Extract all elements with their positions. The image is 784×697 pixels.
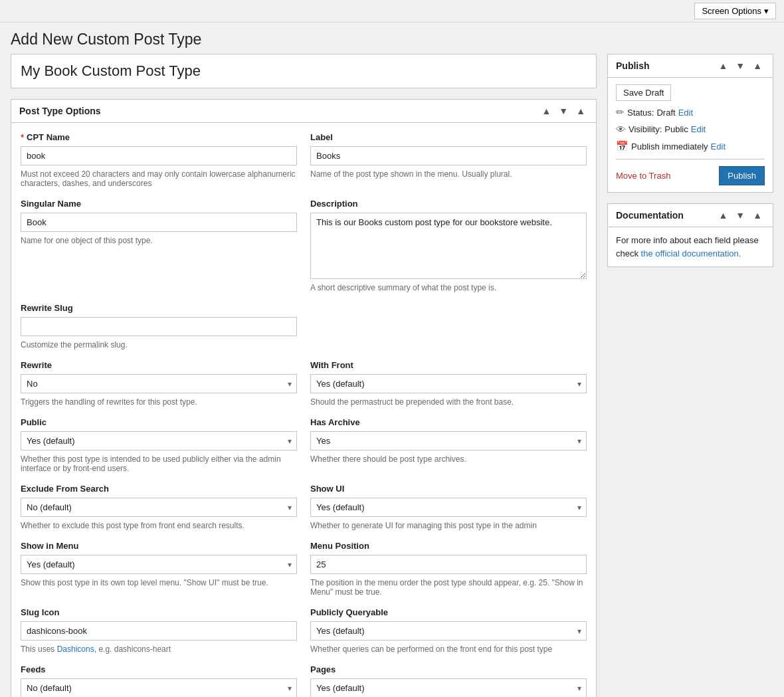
field-slug-icon: Slug Icon This uses Dashicons, e.g. dash… — [21, 607, 297, 654]
menu-position-input[interactable] — [310, 555, 587, 574]
show-in-menu-select[interactable]: Yes (default) No — [21, 555, 297, 574]
status-row: ✏ Status: Draft Edit — [616, 106, 765, 118]
description-input[interactable] — [310, 213, 587, 279]
show-in-menu-wrap: Yes (default) No ▾ — [21, 555, 297, 574]
screen-options-chevron: ▾ — [764, 6, 769, 16]
pages-select[interactable]: Yes (default) No — [310, 678, 587, 697]
label-hint: Name of the post type shown in the menu.… — [310, 169, 587, 179]
rewrite-slug-input[interactable] — [21, 317, 297, 336]
status-icon: ✏ — [616, 106, 625, 118]
has-archive-select[interactable]: Yes No — [310, 431, 587, 450]
field-rewrite: Rewrite No Yes ▾ Triggers the handling o… — [21, 360, 297, 407]
title-input[interactable] — [11, 54, 596, 88]
status-value: Draft — [656, 108, 675, 118]
publish-metabox: Publish ▲ ▼ ▲ Save Draft ✏ Status: Draft… — [607, 54, 773, 193]
field-description: Description A short descriptive summary … — [310, 199, 587, 292]
metabox-toggle[interactable]: ▲ — [573, 105, 588, 117]
dashicons-link[interactable]: Dashicons — [57, 645, 94, 654]
documentation-controls: ▲ ▼ ▲ — [716, 209, 765, 221]
screen-options-label: Screen Options — [702, 6, 761, 16]
publicly-queryable-select[interactable]: Yes (default) No — [310, 621, 587, 641]
singular-name-hint: Name for one object of this post type. — [21, 236, 297, 245]
field-menu-position: Menu Position The position in the menu o… — [310, 541, 587, 597]
field-singular-name: Singular Name Name for one object of thi… — [21, 199, 297, 292]
publish-button[interactable]: Publish — [719, 166, 765, 185]
publish-controls: ▲ ▼ ▲ — [716, 60, 765, 72]
publish-title: Publish — [616, 60, 650, 71]
content-area: Post Type Options ▲ ▼ ▲ *CPT Name Must n… — [11, 54, 597, 697]
main-layout: Post Type Options ▲ ▼ ▲ *CPT Name Must n… — [0, 54, 784, 697]
show-ui-select[interactable]: Yes (default) No — [310, 498, 587, 517]
title-input-wrap — [11, 54, 597, 88]
publish-time-edit-link[interactable]: Edit — [711, 142, 726, 151]
singular-name-input[interactable] — [21, 213, 297, 232]
metabox-collapse-up[interactable]: ▲ — [539, 105, 553, 117]
description-label: Description — [310, 199, 587, 209]
field-exclude-from-search: Exclude From Search No (default) Yes ▾ W… — [21, 484, 297, 530]
metabox-collapse-down[interactable]: ▼ — [556, 105, 571, 117]
trash-link[interactable]: Move to Trash — [616, 171, 670, 181]
doc-toggle[interactable]: ▲ — [750, 209, 765, 221]
public-select[interactable]: Yes (default) No — [21, 431, 297, 450]
documentation-header: Documentation ▲ ▼ ▲ — [608, 204, 773, 227]
field-public: Public Yes (default) No ▾ Whether this p… — [21, 417, 297, 473]
post-type-options-header: Post Type Options ▲ ▼ ▲ — [11, 100, 596, 123]
publish-time-label: Publish immediately — [631, 142, 708, 151]
visibility-row: 👁 Visibility: Public Edit — [616, 124, 765, 135]
public-select-wrap: Yes (default) No ▾ — [21, 431, 297, 450]
with-front-select[interactable]: Yes (default) No — [310, 374, 587, 393]
documentation-title: Documentation — [616, 210, 684, 221]
documentation-link[interactable]: the official documentation. — [641, 249, 741, 258]
field-pages: Pages Yes (default) No ▾ Should the perm… — [310, 664, 587, 697]
exclude-from-search-label: Exclude From Search — [21, 484, 297, 494]
cpt-name-label: *CPT Name — [21, 132, 297, 142]
publish-toggle[interactable]: ▲ — [750, 60, 765, 72]
rewrite-slug-hint: Customize the permalink slug. — [21, 340, 297, 349]
show-ui-hint: Whether to generate UI for managing this… — [310, 521, 587, 530]
publish-body: Save Draft ✏ Status: Draft Edit 👁 Visibi… — [608, 78, 773, 192]
publish-collapse-up[interactable]: ▲ — [716, 60, 730, 72]
menu-position-label: Menu Position — [310, 541, 587, 551]
show-in-menu-label: Show in Menu — [21, 541, 297, 551]
show-ui-label: Show UI — [310, 484, 587, 494]
show-ui-select-wrap: Yes (default) No ▾ — [310, 498, 587, 517]
save-draft-button[interactable]: Save Draft — [616, 84, 671, 101]
field-show-ui: Show UI Yes (default) No ▾ Whether to ge… — [310, 484, 587, 530]
feeds-select[interactable]: No (default) Yes — [21, 678, 297, 697]
exclude-from-search-hint: Whether to exclude this post type from f… — [21, 521, 297, 530]
field-feeds: Feeds No (default) Yes ▾ Should a feed p… — [21, 664, 297, 697]
screen-options-bar: Screen Options ▾ — [0, 0, 784, 23]
with-front-select-wrap: Yes (default) No ▾ — [310, 374, 587, 393]
rewrite-label: Rewrite — [21, 360, 297, 370]
field-publicly-queryable: Publicly Queryable Yes (default) No ▾ Wh… — [310, 607, 587, 654]
slug-icon-hint: This uses Dashicons, e.g. dashicons-hear… — [21, 645, 297, 654]
status-edit-link[interactable]: Edit — [678, 108, 693, 118]
singular-name-label: Singular Name — [21, 199, 297, 209]
rewrite-select-wrap: No Yes ▾ — [21, 374, 297, 393]
visibility-edit-link[interactable]: Edit — [691, 124, 706, 134]
has-archive-select-wrap: Yes No ▾ — [310, 431, 587, 450]
field-has-archive: Has Archive Yes No ▾ Whether there shoul… — [310, 417, 587, 473]
pages-label: Pages — [310, 664, 587, 674]
slug-icon-input[interactable] — [21, 621, 297, 641]
screen-options-button[interactable]: Screen Options ▾ — [694, 3, 776, 19]
sidebar: Publish ▲ ▼ ▲ Save Draft ✏ Status: Draft… — [607, 54, 773, 697]
post-type-options-body: *CPT Name Must not exceed 20 characters … — [11, 123, 596, 697]
field-with-front: With Front Yes (default) No ▾ Should the… — [310, 360, 587, 407]
publish-actions: Move to Trash Publish — [616, 159, 765, 185]
field-rewrite-slug: Rewrite Slug Customize the permalink slu… — [21, 303, 297, 349]
rewrite-select[interactable]: No Yes — [21, 374, 297, 393]
publish-collapse-down[interactable]: ▼ — [733, 60, 747, 72]
documentation-body: For more info about each field please ch… — [608, 227, 773, 266]
with-front-label: With Front — [310, 360, 587, 370]
label-input[interactable] — [310, 146, 587, 165]
exclude-from-search-select[interactable]: No (default) Yes — [21, 498, 297, 517]
cpt-name-hint: Must not exceed 20 characters and may on… — [21, 169, 297, 188]
cpt-name-input[interactable] — [21, 146, 297, 165]
metabox-controls: ▲ ▼ ▲ — [539, 105, 588, 117]
publish-time-icon: 📅 — [616, 140, 629, 152]
doc-collapse-down[interactable]: ▼ — [733, 209, 747, 221]
documentation-metabox: Documentation ▲ ▼ ▲ For more info about … — [607, 203, 773, 267]
feeds-wrap: No (default) Yes ▾ — [21, 678, 297, 697]
doc-collapse-up[interactable]: ▲ — [716, 209, 730, 221]
